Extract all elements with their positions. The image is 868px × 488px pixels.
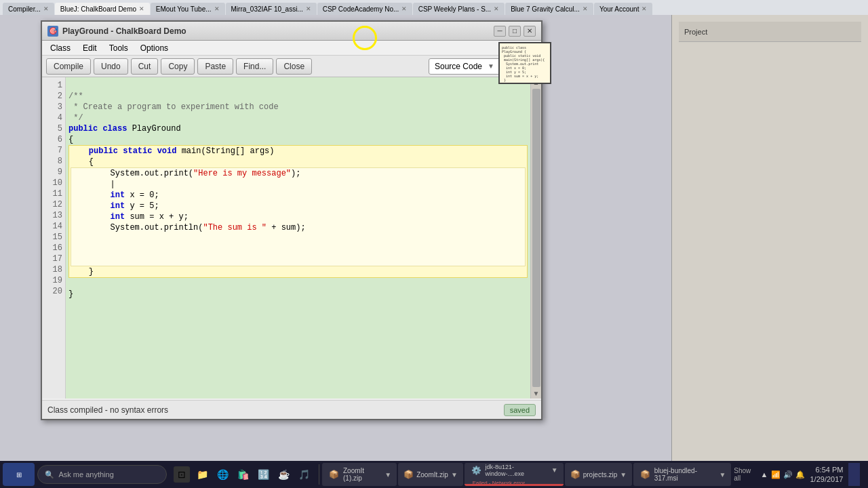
line-num-10: 10 xyxy=(42,178,62,188)
browser-bar: Compiler... ✕ BlueJ: ChalkBoard Demo ✕ E… xyxy=(0,0,868,15)
bluej-dl-arrow[interactable]: ▼ xyxy=(719,471,726,479)
maximize-button[interactable]: □ xyxy=(509,26,521,37)
menu-options[interactable]: Options xyxy=(135,42,174,54)
line-num-2: 2 xyxy=(42,91,62,102)
show-all-label[interactable]: Show all xyxy=(734,467,755,482)
tray-arrow[interactable]: ▲ xyxy=(761,470,768,479)
line-num-12: 12 xyxy=(42,199,62,210)
menu-tools[interactable]: Tools xyxy=(104,42,134,54)
code-line-3: * Create a program to experiment with co… xyxy=(68,102,528,113)
volume-icon: 🔊 xyxy=(783,470,793,479)
paste-button[interactable]: Paste xyxy=(197,58,233,75)
tab-close-1[interactable]: ✕ xyxy=(139,5,144,12)
editor-container: 1 2 3 4 5 6 7 8 9 10 11 12 13 14 15 16 1… xyxy=(42,77,541,399)
menu-class[interactable]: Class xyxy=(45,42,76,54)
maximize-icon: □ xyxy=(513,27,517,35)
clock: 6:54 PM 1/29/2017 xyxy=(810,465,844,485)
jdk-arrow[interactable]: ▼ xyxy=(551,466,558,474)
line-num-1: 1 xyxy=(42,80,62,91)
zoomit-arrow[interactable]: ▼ xyxy=(451,471,458,479)
vertical-scrollbar[interactable]: ▲ ▼ xyxy=(530,77,541,399)
tab-close-6[interactable]: ✕ xyxy=(583,5,588,12)
taskbar-item-jdk[interactable]: ⚙️ jdk-8u121-window-....exe ▼ Failed - N… xyxy=(465,463,564,486)
code-line-15 xyxy=(71,233,525,244)
copy-button[interactable]: Copy xyxy=(161,58,195,75)
browser-tab-2[interactable]: EMout You Tube... ✕ xyxy=(151,3,225,15)
projects-arrow[interactable]: ▼ xyxy=(620,471,627,479)
browser-tab-5[interactable]: CSP Weekly Plans - S... ✕ xyxy=(413,3,505,15)
code-line-2: /** xyxy=(68,91,528,102)
taskbar-search[interactable]: 🔍 Ask me anything xyxy=(37,465,167,484)
taskbar-item-zoomit1[interactable]: 📦 ZoomIt (1).zip ▼ xyxy=(322,463,397,486)
close-button[interactable]: ✕ xyxy=(524,26,536,37)
toolbar: Compile Undo Cut Copy Paste Find... Clos… xyxy=(42,56,541,77)
code-editor[interactable]: /** * Create a program to experiment wit… xyxy=(66,77,530,399)
browser-tab-1[interactable]: BlueJ: ChalkBoard Demo ✕ xyxy=(55,3,150,15)
line-numbers: 1 2 3 4 5 6 7 8 9 10 11 12 13 14 15 16 1… xyxy=(42,77,66,399)
jdk-label: jdk-8u121-window-....exe xyxy=(485,464,548,477)
bluej-taskbar-icon[interactable]: ☕ xyxy=(275,466,292,483)
code-line-12: int y = 5; xyxy=(71,201,525,211)
code-line-9: System.out.print("Here is my message"); xyxy=(71,168,525,179)
cut-button[interactable]: Cut xyxy=(131,58,159,75)
media-icon[interactable]: 🎵 xyxy=(296,466,312,483)
zoomit1-label: ZoomIt (1).zip xyxy=(343,467,382,482)
taskbar-item-projects[interactable]: 📦 projects.zip ▼ xyxy=(565,463,632,486)
start-button[interactable]: ⊞ xyxy=(3,463,35,486)
close-editor-button[interactable]: Close xyxy=(276,58,312,75)
store-icon[interactable]: 🛍️ xyxy=(235,466,251,483)
status-message: Class compiled - no syntax errors xyxy=(47,405,498,415)
compile-button[interactable]: Compile xyxy=(46,58,91,75)
tab-label-1: BlueJ: ChalkBoard Demo xyxy=(60,5,136,13)
zoomit-icon: 📦 xyxy=(403,468,414,481)
tab-close-5[interactable]: ✕ xyxy=(494,5,499,12)
minimize-icon: ─ xyxy=(497,27,502,35)
code-thumbnail: public class PlayGround { public static … xyxy=(498,42,551,84)
calculator-icon[interactable]: 🔢 xyxy=(255,466,271,483)
clock-date: 1/29/2017 xyxy=(810,474,844,484)
tab-close-3[interactable]: ✕ xyxy=(306,5,311,12)
edge-icon[interactable]: 🌐 xyxy=(214,466,231,483)
tab-close-7[interactable]: ✕ xyxy=(642,5,647,12)
tab-bar: Compiler... ✕ BlueJ: ChalkBoard Demo ✕ E… xyxy=(3,0,652,15)
code-line-16 xyxy=(71,244,525,255)
code-line-10: | xyxy=(71,179,525,190)
task-view-icon[interactable]: ⊡ xyxy=(174,466,190,483)
line-num-17: 17 xyxy=(42,253,62,264)
browser-tab-3[interactable]: Mirra_032IAF 10_assi... ✕ xyxy=(226,3,317,15)
tab-close-2[interactable]: ✕ xyxy=(214,5,220,12)
minimize-button[interactable]: ─ xyxy=(494,26,506,37)
close-icon: ✕ xyxy=(527,27,532,35)
jdk-progress-bar xyxy=(465,484,564,486)
bluej-dl-icon: 📦 xyxy=(639,468,652,481)
line-num-20: 20 xyxy=(42,286,62,297)
line-num-9: 9 xyxy=(42,167,62,178)
clock-time: 6:54 PM xyxy=(810,465,844,474)
zoomit1-arrow[interactable]: ▼ xyxy=(384,471,391,479)
find-button[interactable]: Find... xyxy=(236,58,273,75)
file-explorer-icon[interactable]: 📁 xyxy=(194,466,210,483)
browser-tab-4[interactable]: CSP CodeAcademy No... ✕ xyxy=(317,3,412,15)
saved-badge: saved xyxy=(504,404,536,416)
jdk-row: ⚙️ jdk-8u121-window-....exe ▼ xyxy=(470,464,558,477)
code-line-7: public static void main(String[] args) xyxy=(69,146,527,157)
menu-bar: Class Edit Tools Options xyxy=(42,41,541,56)
undo-button[interactable]: Undo xyxy=(94,58,128,75)
browser-tab-7[interactable]: Your Account ✕ xyxy=(594,3,653,15)
bluej-window-icon: 🎯 xyxy=(47,26,58,37)
notification-icon[interactable]: 🔔 xyxy=(795,470,805,479)
scroll-down-arrow[interactable]: ▼ xyxy=(532,388,541,399)
window-titlebar: 🎯 PlayGround - ChalkBoard Demo ─ □ ✕ xyxy=(42,22,541,41)
projects-icon: 📦 xyxy=(570,468,580,481)
menu-edit[interactable]: Edit xyxy=(77,42,102,54)
taskbar-item-bluej[interactable]: 📦 bluej-bundled-317.msi ▼ xyxy=(633,463,731,486)
browser-tab-6[interactable]: Blue 7 Gravity Calcul... ✕ xyxy=(505,3,593,15)
browser-tab-0[interactable]: Compiler... ✕ xyxy=(3,3,54,15)
windows-icon: ⊞ xyxy=(16,471,22,479)
taskbar-item-zoomit[interactable]: 📦 ZoomIt.zip ▼ xyxy=(398,463,463,486)
method-block: public static void main(String[] args) {… xyxy=(68,145,528,278)
tab-close-0[interactable]: ✕ xyxy=(43,5,49,12)
tab-close-4[interactable]: ✕ xyxy=(401,5,407,12)
scroll-thumb[interactable] xyxy=(532,89,540,387)
show-desktop-button[interactable] xyxy=(848,463,860,486)
